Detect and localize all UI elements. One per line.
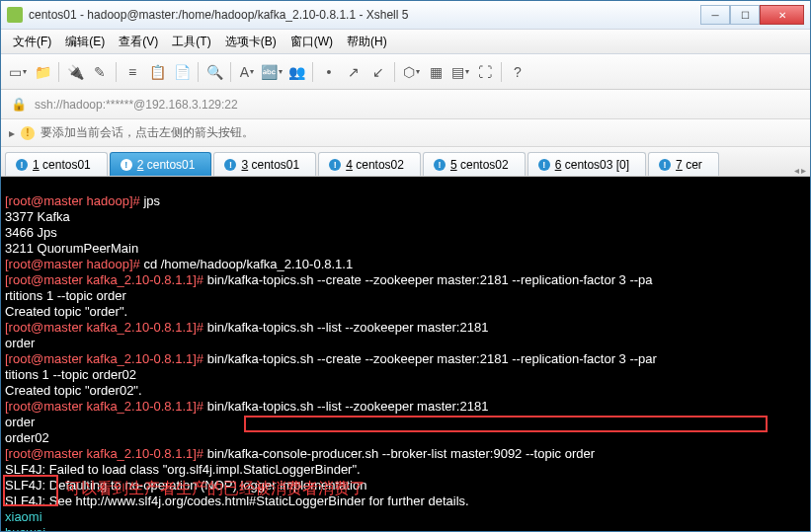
terminal-output[interactable]: [root@master hadoop]# jps 3377 Kafka 346… [1,177,810,531]
command: cd /home/hadoop/kafka_2.10-0.8.1.1 [140,257,353,271]
tab-status-icon: ! [434,159,446,171]
prompt: [root@master kafka_2.10-0.8.1.1]# [5,446,203,461]
output-line: 3211 QuorumPeerMain [5,241,138,256]
fullscreen-button[interactable]: ⛶ [474,61,496,83]
menu-tools[interactable]: 工具(T) [166,32,216,52]
copy-button[interactable]: 📋 [146,61,168,83]
tab-status-icon: ! [224,159,236,171]
lock-icon: 🔒 [11,97,27,112]
output-line: order [5,415,35,429]
arrow-icon[interactable]: ▸ [9,126,15,140]
tab-status-icon: ! [16,159,28,171]
highlight-box-command [244,416,768,432]
menu-edit[interactable]: 编辑(E) [59,32,111,52]
tab-5[interactable]: !5 centos02 [423,152,526,176]
tab-6[interactable]: !6 centos03 [0] [527,152,646,176]
address-text[interactable]: ssh://hadoop:******@192.168.3.129:22 [35,98,238,112]
app-icon [7,7,23,23]
output-line: order02 [5,430,49,445]
output-line: huawei [5,525,45,531]
tab-status-icon: ! [538,159,550,171]
tab-status-icon: ! [329,159,341,171]
minimize-button[interactable]: ─ [700,5,730,25]
tab-status-icon: ! [121,159,132,171]
color-button[interactable]: 🔤 [261,61,283,83]
users-button[interactable]: 👥 [285,61,307,83]
tile-button[interactable]: ▦ [425,61,446,83]
log-button[interactable]: • [318,61,340,83]
find-button[interactable]: 🔍 [203,61,225,83]
output-line: 3377 Kafka [5,209,70,224]
menu-file[interactable]: 文件(F) [7,32,57,52]
separator [116,62,117,82]
command: bin/kafka-topics.sh --create --zookeeper… [203,272,652,287]
prompt: [root@master kafka_2.10-0.8.1.1]# [5,399,203,414]
separator [312,62,313,82]
maximize-button[interactable]: ☐ [730,5,760,25]
menu-bar: 文件(F) 编辑(E) 查看(V) 工具(T) 选项卡(B) 窗口(W) 帮助(… [1,29,810,54]
script-button[interactable]: ⬡ [400,61,422,83]
output-line: 3466 Jps [5,225,57,240]
layout-button[interactable]: ▤ [449,61,471,83]
tab-strip: !1 centos01 !2 centos01 !3 centos01 !4 c… [1,147,810,177]
highlight-box-output [3,475,58,506]
reconnect-button[interactable]: 🔌 [64,61,86,83]
tab-status-icon: ! [659,159,671,171]
main-toolbar: ▭ 📁 🔌 ✎ ≡ 📋 📄 🔍 A 🔤 👥 • ↗ ↙ ⬡ ▦ ▤ ⛶ ? [1,54,810,90]
window-title: centos01 - hadoop@master:/home/hadoop/ka… [29,8,700,22]
tab-2[interactable]: !2 centos01 [110,152,212,176]
output-line: rtitions 1 --topic order [5,288,126,303]
tab-next-button[interactable]: ▸ [801,165,806,176]
window-titlebar: centos01 - hadoop@master:/home/hadoop/ka… [1,1,810,29]
output-line: order [5,336,35,350]
separator [394,62,395,82]
paste-button[interactable]: 📄 [171,61,193,83]
info-icon: ! [21,126,35,140]
new-button[interactable]: ▭ [7,61,29,83]
open-button[interactable]: 📁 [32,61,53,83]
disconnect-button[interactable]: ✎ [89,61,111,83]
tab-7[interactable]: !7 cer [648,152,719,176]
command: jps [140,193,160,208]
prompt: [root@master kafka_2.10-0.8.1.1]# [5,320,203,335]
address-bar: 🔒 ssh://hadoop:******@192.168.3.129:22 [1,90,810,119]
menu-window[interactable]: 窗口(W) [284,32,339,52]
close-button[interactable]: ✕ [760,5,804,25]
menu-view[interactable]: 查看(V) [113,32,164,52]
prompt: [root@master hadoop]# [5,193,140,208]
font-button[interactable]: A [236,61,258,83]
command: bin/kafka-topics.sh --list --zookeeper m… [203,399,488,414]
tab-prev-button[interactable]: ◂ [794,165,799,176]
prompt: [root@master kafka_2.10-0.8.1.1]# [5,272,203,287]
output-line: xiaomi [5,509,42,524]
output-line: Created topic "order". [5,304,127,319]
tab-4[interactable]: !4 centos02 [318,152,421,176]
tab-nav: ◂ ▸ [794,165,806,176]
separator [230,62,231,82]
receive-button[interactable]: ↙ [367,61,389,83]
output-line: Created topic "order02". [5,383,142,398]
tab-1[interactable]: !1 centos01 [5,152,108,176]
tab-3[interactable]: !3 centos01 [213,152,316,176]
info-text: 要添加当前会话，点击左侧的箭头按钮。 [41,124,254,141]
menu-tab[interactable]: 选项卡(B) [219,32,283,52]
help-button[interactable]: ? [507,61,528,83]
menu-help[interactable]: 帮助(H) [341,32,393,52]
info-bar: ▸ ! 要添加当前会话，点击左侧的箭头按钮。 [1,119,810,147]
separator [58,62,59,82]
command: bin/kafka-console-producer.sh --broker-l… [203,446,595,461]
prompt: [root@master kafka_2.10-0.8.1.1]# [5,351,203,366]
separator [501,62,502,82]
properties-button[interactable]: ≡ [122,61,143,83]
prompt: [root@master hadoop]# [5,257,140,271]
command: bin/kafka-topics.sh --list --zookeeper m… [203,320,488,335]
transfer-button[interactable]: ↗ [343,61,365,83]
output-line: titions 1 --topic order02 [5,367,136,382]
annotation-text: 可以看到生产者生产的已经被消费者消费了 [65,481,365,495]
separator [198,62,199,82]
command: bin/kafka-topics.sh --create --zookeeper… [203,351,657,366]
